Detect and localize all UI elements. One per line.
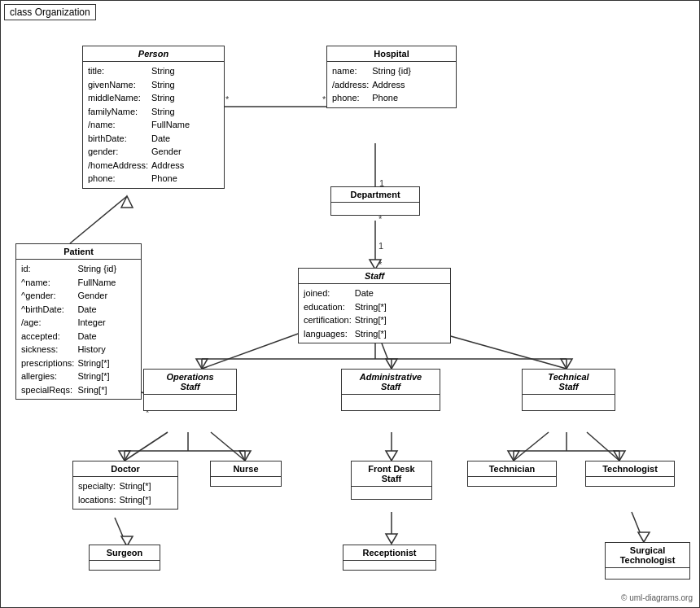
- hospital-class: Hospital name:String {id} /address:Addre…: [326, 46, 457, 108]
- doctor-attrs: specialty:String[*] locations:String[*]: [73, 477, 177, 509]
- surgeon-class: Surgeon: [89, 545, 160, 571]
- svg-line-9: [211, 432, 245, 461]
- svg-text:1: 1: [378, 241, 383, 251]
- surgical-technologist-class: Surgical Technologist: [605, 542, 690, 580]
- svg-line-0: [70, 196, 127, 243]
- front-desk-staff-class: Front Desk Staff: [351, 461, 432, 500]
- department-class: Department: [330, 186, 420, 216]
- svg-marker-27: [508, 451, 519, 461]
- svg-marker-26: [386, 451, 397, 461]
- uml-diagram: class Organization: [0, 0, 700, 608]
- receptionist-class: Receptionist: [343, 545, 436, 571]
- patient-title: Patient: [16, 244, 141, 260]
- svg-line-8: [125, 432, 168, 461]
- administrative-staff-title: Administrative Staff: [342, 370, 440, 395]
- nurse-class: Nurse: [210, 461, 282, 487]
- svg-marker-23: [561, 359, 572, 369]
- svg-line-11: [514, 432, 549, 461]
- patient-attrs: id:String {id} ^name:FullName ^gender:Ge…: [16, 260, 141, 399]
- patient-class: Patient id:String {id} ^name:FullName ^g…: [15, 243, 142, 400]
- diagram-title: class Organization: [4, 4, 96, 20]
- copyright: © uml-diagrams.org: [621, 593, 693, 602]
- svg-marker-25: [239, 451, 251, 461]
- technician-title: Technician: [468, 461, 556, 477]
- technologist-title: Technologist: [586, 461, 674, 477]
- svg-marker-24: [119, 451, 130, 461]
- receptionist-title: Receptionist: [343, 545, 435, 561]
- svg-line-15: [632, 512, 644, 542]
- svg-marker-28: [614, 451, 625, 461]
- surgical-technologist-title: Surgical Technologist: [606, 543, 689, 568]
- technician-class: Technician: [467, 461, 557, 487]
- department-title: Department: [331, 187, 419, 203]
- hospital-attrs: name:String {id} /address:Address phone:…: [327, 62, 456, 107]
- surgeon-title: Surgeon: [90, 545, 160, 561]
- svg-marker-30: [386, 534, 397, 544]
- svg-marker-16: [121, 196, 133, 208]
- hospital-title: Hospital: [327, 46, 456, 62]
- svg-line-13: [115, 518, 127, 546]
- technical-staff-class: Technical Staff: [522, 369, 615, 411]
- svg-marker-22: [386, 359, 397, 369]
- staff-title: Staff: [299, 269, 450, 284]
- person-class: Person title:String givenName:String mid…: [82, 46, 225, 189]
- technical-staff-title: Technical Staff: [523, 370, 615, 395]
- operations-staff-title: Operations Staff: [144, 370, 236, 395]
- front-desk-staff-title: Front Desk Staff: [352, 461, 431, 487]
- svg-line-12: [587, 432, 619, 461]
- operations-staff-class: Operations Staff: [143, 369, 237, 411]
- svg-text:*: *: [225, 94, 230, 104]
- person-attrs: title:String givenName:String middleName…: [83, 62, 224, 188]
- staff-attrs: joined:Date education:String[*] certific…: [299, 284, 450, 343]
- doctor-class: Doctor specialty:String[*] locations:Str…: [72, 461, 178, 510]
- nurse-title: Nurse: [211, 461, 281, 477]
- person-title: Person: [83, 46, 224, 62]
- svg-marker-21: [196, 359, 208, 369]
- doctor-title: Doctor: [73, 461, 177, 477]
- staff-class: Staff joined:Date education:String[*] ce…: [298, 268, 451, 343]
- svg-marker-31: [638, 532, 650, 542]
- administrative-staff-class: Administrative Staff: [341, 369, 440, 411]
- technologist-class: Technologist: [585, 461, 675, 487]
